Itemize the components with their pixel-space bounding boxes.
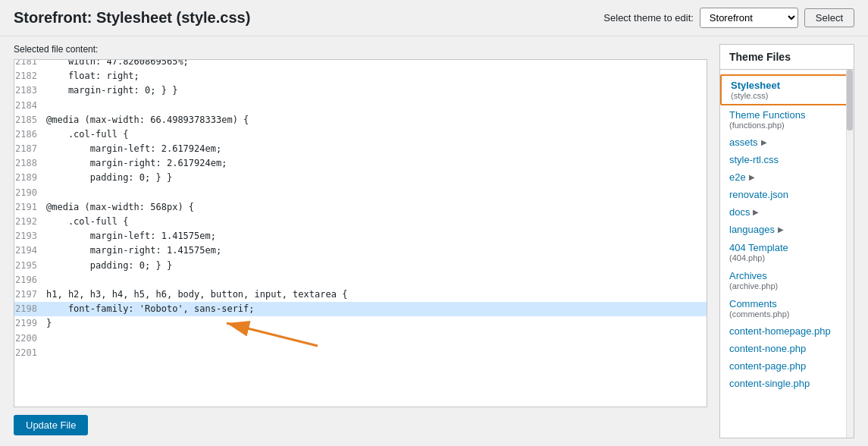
code-line: 2184	[14, 99, 707, 113]
editor-container: 2176 float: left;2177 margin-right: 4.34…	[14, 59, 707, 407]
line-content: margin-left: 2.617924em;	[46, 142, 707, 156]
sidebar-item-content-page[interactable]: content-page.php	[720, 357, 854, 375]
code-line: 2196	[14, 273, 707, 287]
line-number: 2187	[14, 142, 46, 156]
line-number: 2184	[14, 99, 46, 113]
sidebar-item-renovate[interactable]: renovate.json	[720, 186, 854, 203]
selected-file-label: Selected file content:	[14, 44, 707, 55]
sidebar: Theme Files Stylesheet(style.css)Theme F…	[719, 44, 854, 438]
folder-arrow-icon: ▶	[778, 225, 784, 234]
code-line: 2200	[14, 331, 707, 346]
code-line: 2186 .col-full {	[14, 127, 707, 142]
update-bar: Update File	[14, 407, 707, 438]
line-number: 2193	[14, 229, 46, 243]
line-content	[46, 99, 707, 113]
line-number: 2182	[14, 69, 46, 83]
code-line: 2199}	[14, 316, 707, 331]
theme-select-dropdown[interactable]: Storefront	[700, 8, 798, 28]
line-content: margin-left: 1.41575em;	[46, 229, 707, 243]
code-line: 2190	[14, 186, 707, 200]
line-content: .col-full {	[46, 215, 707, 229]
sidebar-item-sub: (style.css)	[731, 91, 844, 100]
line-content: float: right;	[46, 69, 707, 83]
sidebar-item-name: Stylesheet	[731, 80, 844, 91]
sidebar-item-404-template[interactable]: 404 Template(404.php)	[720, 238, 854, 266]
line-content: width: 47.8260869565%;	[46, 60, 707, 69]
code-editor[interactable]: 2176 float: left;2177 margin-right: 4.34…	[14, 60, 707, 363]
sidebar-item-theme-functions[interactable]: Theme Functions(functions.php)	[720, 105, 854, 133]
line-content: font-family: 'Roboto', sans-serif;	[46, 302, 707, 316]
code-line: 2188 margin-right: 2.617924em;	[14, 156, 707, 171]
select-theme-label: Select theme to edit:	[603, 12, 694, 24]
top-bar: Storefront: Stylesheet (style.css) Selec…	[0, 0, 868, 36]
sidebar-item-stylesheet[interactable]: Stylesheet(style.css)	[720, 74, 854, 105]
line-number: 2183	[14, 83, 46, 98]
sidebar-item-languages[interactable]: languages▶	[720, 221, 854, 238]
sidebar-item-sub: (comments.php)	[729, 309, 846, 319]
code-line: 2189 padding: 0; } }	[14, 171, 707, 185]
line-content: margin-right: 1.41575em;	[46, 243, 707, 258]
page-title: Storefront: Stylesheet (style.css)	[14, 9, 250, 27]
sidebar-item-sub: (functions.php)	[729, 121, 846, 130]
line-content: }	[46, 316, 707, 331]
code-line: 2181 width: 47.8260869565%;	[14, 60, 707, 69]
sidebar-item-comments[interactable]: Comments(comments.php)	[720, 294, 854, 322]
sidebar-item-label: docs	[729, 206, 750, 218]
line-number: 2201	[14, 346, 46, 360]
select-theme-button[interactable]: Select	[804, 8, 854, 27]
page-wrapper: Storefront: Stylesheet (style.css) Selec…	[0, 0, 868, 446]
line-number: 2192	[14, 215, 46, 229]
line-number: 2191	[14, 200, 46, 215]
code-line: 2187 margin-left: 2.617924em;	[14, 142, 707, 156]
line-number: 2185	[14, 113, 46, 127]
code-line: 2185@media (max-width: 66.4989378333em) …	[14, 113, 707, 127]
sidebar-item-content-none[interactable]: content-none.php	[720, 340, 854, 357]
line-number: 2200	[14, 331, 46, 346]
line-number: 2190	[14, 186, 46, 200]
main-section: Selected file content: 2176 float: left;…	[14, 44, 707, 438]
line-number: 2186	[14, 127, 46, 142]
line-content: h1, h2, h3, h4, h5, h6, body, button, in…	[46, 287, 707, 302]
sidebar-scrollbar	[846, 70, 854, 438]
line-content: margin-right: 2.617924em;	[46, 156, 707, 171]
sidebar-item-style-rtl[interactable]: style-rtl.css	[720, 151, 854, 168]
sidebar-scrollbar-thumb	[847, 70, 853, 130]
line-number: 2195	[14, 259, 46, 273]
line-content: padding: 0; } }	[46, 171, 707, 185]
line-content: padding: 0; } }	[46, 259, 707, 273]
code-line: 2195 padding: 0; } }	[14, 259, 707, 273]
theme-selector-area: Select theme to edit: Storefront Select	[603, 8, 854, 28]
folder-arrow-icon: ▶	[749, 173, 755, 181]
folder-arrow-icon: ▶	[761, 138, 767, 146]
editor-scroll[interactable]: 2176 float: left;2177 margin-right: 4.34…	[14, 60, 707, 363]
sidebar-item-archives[interactable]: Archives(archive.php)	[720, 266, 854, 294]
line-number: 2188	[14, 156, 46, 171]
line-content	[46, 273, 707, 287]
sidebar-item-e2e[interactable]: e2e▶	[720, 168, 854, 186]
sidebar-item-name: Comments	[729, 298, 846, 309]
sidebar-item-name: Theme Functions	[729, 109, 846, 121]
code-line: 2182 float: right;	[14, 69, 707, 83]
line-number: 2198	[14, 302, 46, 316]
line-content	[46, 186, 707, 200]
line-content: margin-right: 0; } }	[46, 83, 707, 98]
sidebar-item-content-single[interactable]: content-single.php	[720, 375, 854, 392]
line-number: 2197	[14, 287, 46, 302]
sidebar-item-assets[interactable]: assets▶	[720, 133, 854, 151]
update-file-button[interactable]: Update File	[14, 415, 88, 435]
sidebar-item-label: e2e	[729, 171, 746, 183]
code-line: 2197h1, h2, h3, h4, h5, h6, body, button…	[14, 287, 707, 302]
line-number: 2194	[14, 243, 46, 258]
folder-arrow-icon: ▶	[753, 208, 759, 216]
line-number: 2189	[14, 171, 46, 185]
sidebar-item-name: Archives	[729, 270, 846, 281]
sidebar-list: Stylesheet(style.css)Theme Functions(fun…	[719, 69, 854, 438]
line-content	[46, 346, 707, 360]
sidebar-item-content-homepage[interactable]: content-homepage.php	[720, 322, 854, 340]
sidebar-item-docs[interactable]: docs▶	[720, 203, 854, 221]
code-line: 2193 margin-left: 1.41575em;	[14, 229, 707, 243]
code-line: 2192 .col-full {	[14, 215, 707, 229]
line-content: .col-full {	[46, 127, 707, 142]
sidebar-item-name: 404 Template	[729, 242, 846, 253]
sidebar-item-sub: (404.php)	[729, 253, 846, 262]
